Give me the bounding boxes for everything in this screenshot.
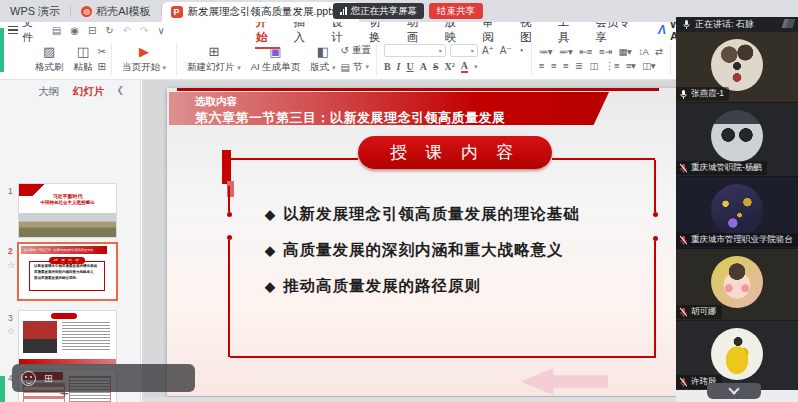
distribute-icon[interactable]: ◫▾ — [642, 60, 655, 71]
justify-icon[interactable]: ≣ — [575, 60, 582, 71]
participant-tile[interactable]: 重庆城市管理职业学院骆台钊 — [676, 177, 798, 248]
slide-canvas: 选取内容 第六章第一节第三目：以新发展理念引领高质量发展 授 课 内 容 ◆以新… — [142, 80, 676, 402]
apps-grid-icon[interactable]: ⊞ — [44, 372, 53, 385]
quick-access-toolbar: ▤ ◉ ⊟ ↻ ↶ ↷ ∨ — [52, 25, 165, 36]
superscript-button[interactable]: X² — [444, 61, 454, 72]
new-slide-icon: ⊞ — [208, 44, 219, 59]
mic-on-icon — [679, 89, 688, 100]
format-painter-icon: ▨ — [43, 44, 55, 59]
slide-header-banner: 选取内容 第六章第一节第三目：以新发展理念引领高质量发展 — [169, 92, 609, 125]
outline-tab[interactable]: 大纲 — [38, 85, 59, 99]
line-spacing-icon[interactable]: ↕A — [638, 46, 648, 57]
participant-tile[interactable]: 重庆城管职院-杨鹂 — [676, 103, 798, 176]
reset-icon: ↺ — [340, 45, 348, 56]
collapse-panel-icon[interactable]: ❮ — [116, 85, 124, 95]
paste-button[interactable]: ◫ 粘贴 — [69, 44, 98, 74]
meeting-floating-toolbar[interactable]: ⊞ — [12, 364, 195, 392]
slide-thumbnail-1[interactable]: 习近平新时代 中国特色社会主义思想概论 — [19, 184, 116, 237]
ppt-file-icon: P — [171, 6, 183, 18]
layout-button[interactable]: ◧ 版式 ▾ — [305, 44, 340, 74]
docked-window-edge-bottom[interactable] — [0, 376, 5, 402]
play-from-page-button[interactable]: ▶ 当页开始 ▾ — [117, 44, 171, 74]
meeting-app-logo — [786, 19, 794, 28]
cut-icon[interactable]: ✂ — [98, 46, 106, 57]
font-color-dropdown-icon[interactable]: ▾ — [474, 63, 478, 71]
increase-font-icon[interactable]: A⁺ — [482, 45, 494, 56]
reaction-smiley-icon[interactable] — [21, 371, 36, 386]
slide-thumbnail-2-selected[interactable]: 第六章第一节第三目：以新发展理念引领高质量发展 授 课 内 容 以新发展理念引领… — [19, 244, 116, 299]
ribbon-divider — [376, 43, 377, 75]
paragraph-group: ≔▾ ≕▾ ⇤≡ ≡⇥ ▦▾ ↕A ⇄ ≡ ≡ ≡ ≣ ◫ ⋮≡ ≡▾ ◫▾ — [539, 46, 663, 71]
ribbon-divider — [111, 43, 112, 75]
ribbon-divider — [531, 43, 532, 75]
docked-window-edge-top[interactable] — [0, 28, 4, 72]
increase-indent-icon[interactable]: ≡⇥ — [599, 46, 612, 57]
text-direction-icon[interactable]: ▦▾ — [618, 46, 631, 57]
slide-thumbnail-panel: 大纲 幻灯片 ❮ 1 习近平新时代 中国特色社会主义思想概论 2 ☆ 第六章第一… — [0, 80, 141, 402]
frame-line — [228, 186, 230, 212]
font-color-button[interactable]: A — [461, 60, 468, 73]
current-slide[interactable]: 选取内容 第六章第一节第三目：以新发展理念引领高质量发展 授 课 内 容 ◆以新… — [167, 88, 676, 396]
participant-tile[interactable]: 张燕霞-1 — [676, 32, 798, 102]
play-icon: ▶ — [139, 44, 149, 59]
meeting-sidebar: 正在讲话: 石脉 张燕霞-1 重庆城管职院-杨鹂 重庆城市管理职业学院骆台钊 — [676, 17, 798, 390]
underline-button[interactable]: U — [406, 61, 413, 72]
frame-line — [228, 240, 230, 357]
copy-icon[interactable]: ⊞ — [98, 61, 106, 72]
participant-name-chip: 张燕霞-1 — [676, 87, 729, 101]
canvas-bottom-edge — [142, 397, 676, 402]
favorite-star-icon[interactable]: ☆ — [7, 260, 15, 270]
print-icon[interactable]: ⊟ — [88, 25, 96, 36]
bold-button[interactable]: B — [384, 61, 391, 72]
section-button[interactable]: ▤节▾ — [340, 61, 370, 74]
signal-bars-icon — [340, 7, 347, 15]
format-painter-button[interactable]: ▨ 格式刷 — [30, 44, 69, 74]
indent-marks-icon[interactable]: ⋮≡ — [605, 60, 619, 71]
favorite-star-icon[interactable]: ☆ — [7, 326, 15, 336]
align-objects-icon[interactable]: ≡▾ — [626, 60, 635, 71]
sync-icon[interactable]: ↻ — [105, 25, 113, 36]
decrease-font-icon[interactable]: A⁻ — [500, 45, 512, 56]
slide-thumbnail-3[interactable] — [19, 311, 116, 364]
output-icon[interactable]: ◉ — [70, 25, 79, 36]
participant-tile[interactable]: 许玮殷 — [676, 321, 798, 390]
participant-name-chip: 胡可娜 — [676, 305, 722, 319]
wps-ai-icon: Λ — [658, 23, 666, 37]
clear-format-icon[interactable]: ◔ — [518, 45, 524, 56]
save-icon[interactable]: ▤ — [52, 25, 61, 36]
align-center-icon[interactable]: ≡ — [551, 60, 556, 71]
new-slide-button[interactable]: ⊞ 新建幻灯片 ▾ — [182, 44, 246, 74]
number-list-icon[interactable]: ≕▾ — [559, 46, 572, 57]
slides-tab[interactable]: 幻灯片 — [73, 85, 105, 99]
decrease-indent-icon[interactable]: ⇤≡ — [579, 46, 592, 57]
section-icon: ▤ — [340, 62, 349, 73]
tab-document-active[interactable]: P 新发展理念引领高质量发展.pptx × — [162, 2, 359, 22]
participant-avatar-yellow-figure — [711, 328, 763, 380]
frame-line — [654, 160, 656, 212]
align-right-icon[interactable]: ≡ — [563, 60, 568, 71]
wps-presentation-window: WPS 演示 ◍ 稻壳AI模板 P 新发展理念引领高质量发展.pptx × + … — [0, 0, 798, 402]
tab-wps-home[interactable]: WPS 演示 — [0, 0, 70, 22]
frame-line — [654, 241, 656, 357]
end-share-button[interactable]: 结束共享 — [429, 3, 483, 19]
align-left-icon[interactable]: ≡ — [539, 60, 544, 71]
columns-icon[interactable]: ◫ — [589, 60, 597, 71]
quickbar-more-icon[interactable]: ∨ — [157, 25, 164, 36]
shadow-button[interactable]: A — [420, 61, 427, 72]
collapse-participants-button[interactable] — [707, 383, 761, 399]
mic-on-icon — [682, 19, 691, 30]
italic-button[interactable]: I — [397, 61, 401, 72]
back-arrow-shape — [520, 368, 608, 395]
bullet-list-icon[interactable]: ≔▾ — [539, 46, 552, 57]
participant-tile[interactable]: 胡可娜 — [676, 249, 798, 320]
tab-docer-template[interactable]: ◍ 稻壳AI模板 — [71, 0, 160, 22]
convert-icon[interactable]: ⇄ — [655, 46, 662, 57]
redo-icon[interactable]: ↷ — [140, 25, 148, 36]
diamond-icon: ◆ — [265, 243, 276, 258]
undo-icon[interactable]: ↶ — [123, 25, 131, 36]
ribbon-divider — [670, 43, 671, 75]
strikethrough-button[interactable]: S — [433, 61, 439, 72]
participant-avatar-cartoon-face — [711, 256, 763, 308]
diamond-icon: ◆ — [265, 207, 276, 222]
add-slide-button[interactable]: + — [60, 384, 69, 401]
